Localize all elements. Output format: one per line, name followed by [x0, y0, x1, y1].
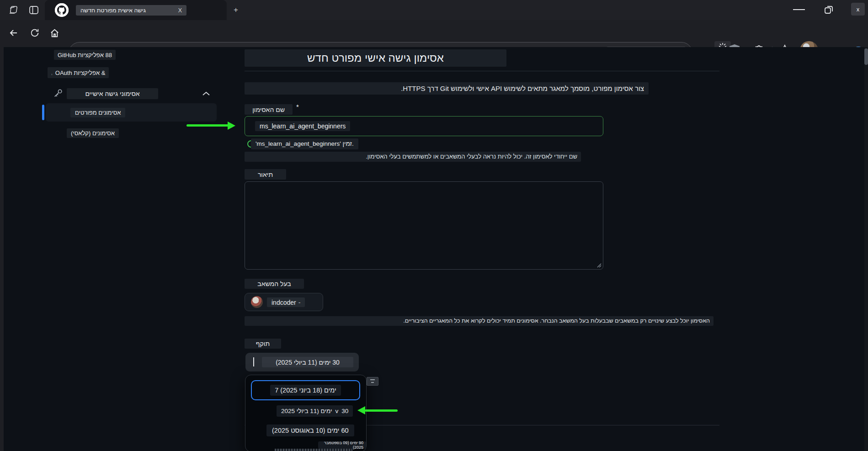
chevron-up-icon[interactable] [202, 91, 210, 96]
owner-avatar [251, 296, 263, 308]
sidebar-item-oauth-apps[interactable]: , OAuth אפליקציות & [48, 67, 109, 78]
sidebar-item-fine-grained-label: אסימונים מפורטים [70, 108, 125, 117]
tab-close-icon[interactable]: X [178, 7, 182, 14]
name-hint-text: שם ייחודי לאסימון זה. יכול להיות נראה לב… [245, 152, 581, 162]
resize-handle-icon[interactable] [596, 262, 602, 268]
token-name-label: שם האסימון [245, 104, 293, 115]
key-icon [53, 88, 64, 99]
github-page: 88 אפליקציות GitHub , OAuth אפליקציות & … [4, 47, 864, 451]
description-textarea[interactable] [245, 181, 603, 270]
clipped-menu-text-artifact [275, 449, 352, 451]
annotation-arrow-right [186, 124, 229, 127]
required-asterisk: * [296, 103, 299, 111]
text-cursor [253, 357, 254, 366]
expiration-dropdown-menu: 7 ימים (18 ביוני 2025) ימים (11 ביולי 20… [245, 375, 367, 451]
close-window-button[interactable]: x [851, 3, 865, 16]
intro-text: צור אסימון מפורט, מוסמך למאגר מתאים לשימ… [245, 82, 649, 95]
sidebar-item-fine-grained-tokens[interactable]: אסימונים מפורטים [46, 103, 217, 122]
menu-option-30-checkmark: v [335, 408, 338, 414]
annotation-arrow-left-head [357, 406, 365, 414]
back-icon[interactable] [6, 26, 21, 40]
owner-note-text: האסימון יוכל לבצע שינויים רק במשאבים שבב… [245, 316, 714, 326]
divider-top [245, 71, 719, 71]
selected-indicator-bar [42, 105, 44, 120]
page-title: אסימון גישה אישי מפורט חדש [245, 49, 506, 67]
workspaces-icon[interactable] [7, 4, 20, 16]
token-name-value: ms_learn_ai_agent_beginners [255, 121, 350, 131]
ui-artifact-box [367, 377, 378, 386]
scrollbar-track[interactable] [864, 47, 868, 451]
resource-owner-select[interactable]: indcoder - [245, 293, 323, 311]
menu-option-7-days[interactable]: 7 ימים (18 ביוני 2025) [251, 380, 360, 400]
scrollbar-thumb[interactable] [864, 48, 868, 65]
owner-name: indcoder [272, 299, 296, 306]
name-available-message: 'ms_learn_ai_agent_beginners' זמין. [251, 138, 358, 149]
browser-toolbar: & https://github.com/settings/personal-a… [0, 20, 868, 47]
sidebar-item-oauth-label: OAuth אפליקציות & [55, 69, 106, 76]
browser-tab[interactable]: גישה אישית מפורטת חדשה X [45, 0, 227, 20]
home-icon[interactable] [47, 26, 62, 40]
minimize-button[interactable] [793, 9, 805, 10]
tab-bar: גישה אישית מפורטת חדשה X + x [0, 0, 868, 20]
github-logo-icon [55, 3, 69, 17]
tab-layout-icon[interactable] [27, 4, 40, 16]
oauth-artifact-comma: , [51, 70, 53, 75]
sidebar-item-personal-access-tokens[interactable]: אסימוני גישה אישיים [67, 88, 158, 99]
menu-option-90-days[interactable]: 90 ימים (09 בספטמבר 2025) [318, 441, 366, 449]
token-name-input[interactable]: ms_learn_ai_agent_beginners [245, 116, 603, 136]
new-tab-button[interactable]: + [231, 5, 241, 15]
refresh-icon[interactable] [27, 26, 42, 40]
annotation-arrow-right-head [228, 122, 235, 130]
sidebar-item-classic-tokens[interactable]: אסימונים (קלאסי) [67, 128, 119, 138]
owner-dropdown-caret: - [298, 299, 301, 306]
tab-title: גישה אישית מפורטת חדשה [80, 7, 146, 14]
description-label: תיאור [245, 169, 286, 180]
sidebar-item-github-apps[interactable]: 88 אפליקציות GitHub [54, 50, 116, 60]
expiration-select[interactable]: 30 ימים (11 ביולי 2025) [245, 353, 359, 371]
expiration-label: תוקף [245, 339, 281, 349]
menu-option-7-days-label: 7 ימים (18 ביוני 2025) [270, 385, 341, 396]
menu-option-30-label-a: ימים (11 ביולי 2025 [281, 408, 332, 414]
menu-option-30-label-b: 30 [341, 408, 348, 414]
expiration-value: 30 ימים (11 ביולי 2025) [262, 357, 353, 367]
menu-option-60-days[interactable]: 60 ימים (10 באוגוסט 2025) [266, 424, 354, 436]
resource-owner-label: בעל המשאב [245, 279, 304, 289]
annotation-arrow-left [365, 409, 398, 412]
menu-option-30-days[interactable]: ימים (11 ביולי 2025 v 30 [277, 405, 353, 417]
restore-button[interactable] [824, 5, 834, 15]
browser-window: גישה אישית מפורטת חדשה X + x & https://g… [0, 0, 868, 451]
